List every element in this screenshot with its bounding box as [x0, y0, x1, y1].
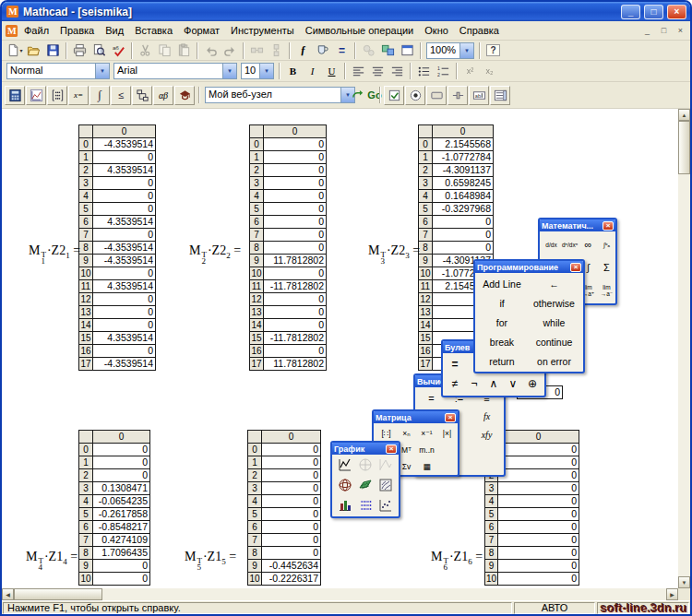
font-select[interactable]: Arial▼ — [113, 63, 237, 79]
programming-add-line-button[interactable]: Add Line — [478, 275, 526, 293]
matrix-blank-button[interactable]: |×| — [437, 425, 457, 441]
calculate-button[interactable]: = — [332, 41, 352, 59]
checkbox-control-button[interactable] — [384, 86, 404, 105]
mdi-restore-button[interactable]: □ — [657, 25, 671, 37]
component-wizard-button[interactable] — [378, 41, 398, 59]
maximize-button[interactable]: □ — [644, 5, 663, 19]
calculus-button[interactable]: ∫ — [89, 86, 110, 105]
palette-programming-close-button[interactable]: × — [570, 263, 581, 272]
programming-for-button[interactable]: for — [478, 314, 526, 332]
vertical-scroll-thumb[interactable] — [678, 121, 690, 174]
greek-button[interactable]: αβ — [153, 86, 173, 105]
listbox-control-button[interactable] — [490, 86, 510, 105]
programming-blank-button[interactable]: ← — [527, 275, 581, 293]
scroll-up-button[interactable]: ▲ — [678, 109, 690, 121]
menu-формат[interactable]: Формат — [178, 23, 225, 38]
evaluation-button[interactable]: x= — [68, 86, 89, 105]
radio-control-button[interactable] — [405, 86, 425, 105]
title-bar[interactable]: M Mathcad - [seismika] _ □ × — [2, 2, 690, 21]
programming-button[interactable] — [132, 86, 152, 105]
menu-справка[interactable]: Справка — [454, 23, 505, 38]
zoom-plot-button[interactable] — [376, 456, 395, 476]
palette-graph-titlebar[interactable]: График× — [332, 443, 399, 455]
insert-unit-button[interactable] — [313, 41, 332, 59]
graph-button[interactable] — [26, 86, 46, 105]
palette-calculus-close-button[interactable]: × — [603, 221, 614, 231]
boolean-blank-button[interactable]: ≠ — [446, 374, 464, 393]
matrix-blank-button[interactable]: ×ₙ — [397, 425, 416, 441]
mdi-close-button[interactable]: × — [674, 25, 687, 37]
new-button[interactable]: ▾ — [5, 41, 24, 59]
close-button[interactable]: × — [667, 5, 686, 19]
menu-файл[interactable]: Файл — [18, 23, 54, 38]
bullets-button[interactable] — [414, 63, 434, 80]
horizontal-scrollbar[interactable]: ◀ ▶ — [2, 588, 678, 600]
programming-on-error-button[interactable]: on error — [527, 352, 581, 371]
boolean-blank-button[interactable]: ∨ — [504, 374, 522, 393]
boolean-blank-button[interactable]: ¬ — [465, 374, 483, 393]
mdi-minimize-button[interactable]: _ — [640, 25, 654, 37]
result-table-m2[interactable]: 0001020304050607080911.781280210011-11.7… — [249, 124, 327, 371]
palette-programming-titlebar[interactable]: Программирование× — [475, 261, 583, 273]
size-select[interactable]: 10▼ — [241, 63, 274, 79]
italic-button[interactable]: I — [303, 63, 322, 80]
minimize-button[interactable]: _ — [621, 5, 640, 19]
calculus-blank-button[interactable]: ∫ᵇₐ — [598, 233, 615, 255]
palette-matrix-titlebar[interactable]: Матрица× — [374, 411, 458, 423]
underline-button[interactable]: U — [322, 63, 341, 80]
palette-calculus-titlebar[interactable]: Математич...× — [540, 219, 615, 231]
palette-matrix-close-button[interactable]: × — [445, 413, 456, 422]
menu-вставка[interactable]: Вставка — [129, 23, 178, 38]
menu-символьные-операции[interactable]: Символьные операции — [300, 23, 420, 38]
boolean-blank-button[interactable]: ∧ — [484, 374, 503, 393]
matrix-blank-button[interactable]: ▦ — [417, 458, 436, 474]
result-table-m5[interactable]: 00010203040506070809-0.445263410-0.22263… — [247, 430, 321, 586]
calculus-blank-button[interactable]: ∞ — [579, 233, 597, 255]
result-table-m1[interactable]: 00-4.35395141024.353951430405064.3539514… — [78, 124, 156, 371]
check-spelling-button[interactable]: аб — [109, 41, 128, 59]
calculus-d-dx-button[interactable]: d/dx — [543, 233, 560, 255]
scroll-left-button[interactable]: ◀ — [2, 588, 14, 600]
new-window-button[interactable] — [398, 41, 417, 59]
matrix-m-n-button[interactable]: m..n — [417, 442, 436, 457]
result-table-m4[interactable]: 000102030.13084714-0.06542355-0.26178586… — [78, 430, 150, 586]
boolean-blank-button[interactable]: ⊕ — [523, 374, 542, 393]
calculus-blank-button[interactable]: Σ — [598, 256, 615, 278]
calculator-button[interactable] — [5, 86, 25, 105]
programming-if-button[interactable]: if — [478, 294, 526, 313]
align-center-button[interactable] — [368, 63, 388, 80]
web-address-select[interactable]: Мой веб-узел▼ — [205, 87, 355, 103]
boolean-blank-button[interactable]: = — [446, 355, 464, 373]
matrix-blank-button[interactable]: ×⁻¹ — [417, 425, 436, 441]
calculus-lim-a-button[interactable]: lim →a⁻ — [598, 279, 615, 302]
help-button[interactable]: ? — [483, 41, 503, 59]
polar-plot-button[interactable] — [355, 456, 375, 476]
matrix-button[interactable] — [47, 86, 67, 105]
horizontal-scroll-track[interactable] — [102, 588, 666, 600]
calculus-d-dx-button[interactable]: dⁿ/dxⁿ — [561, 233, 579, 255]
programming-continue-button[interactable]: continue — [527, 333, 581, 351]
textbox-control-button[interactable]: ab — [469, 86, 489, 105]
programming-break-button[interactable]: break — [478, 333, 526, 351]
bold-button[interactable]: B — [283, 63, 303, 80]
vertical-scroll-track[interactable] — [678, 174, 690, 576]
scroll-right-button[interactable]: ▶ — [666, 588, 678, 600]
menu-окно[interactable]: Окно — [419, 23, 454, 38]
print-preview-button[interactable] — [89, 41, 109, 59]
sphere-plot-button[interactable] — [335, 477, 354, 496]
vector-field-plot-button[interactable] — [355, 497, 375, 516]
programming-return-button[interactable]: return — [478, 352, 526, 371]
numbering-button[interactable]: 12 — [434, 63, 453, 80]
align-left-button[interactable] — [349, 63, 368, 80]
horizontal-scroll-thumb[interactable] — [14, 588, 102, 600]
programming-while-button[interactable]: while — [527, 314, 581, 332]
surface-plot-button[interactable] — [355, 477, 375, 496]
print-button[interactable] — [70, 41, 89, 59]
scatter-plot-button[interactable] — [376, 497, 395, 516]
zoom-select[interactable]: 100%▼ — [426, 42, 474, 59]
menu-вид[interactable]: Вид — [100, 23, 129, 38]
vertical-scrollbar[interactable]: ▲ ▼ — [678, 109, 690, 588]
slider-control-button[interactable] — [447, 86, 468, 105]
palette-graph-close-button[interactable]: × — [386, 444, 397, 454]
menu-инструменты[interactable]: Инструменты — [225, 23, 300, 38]
